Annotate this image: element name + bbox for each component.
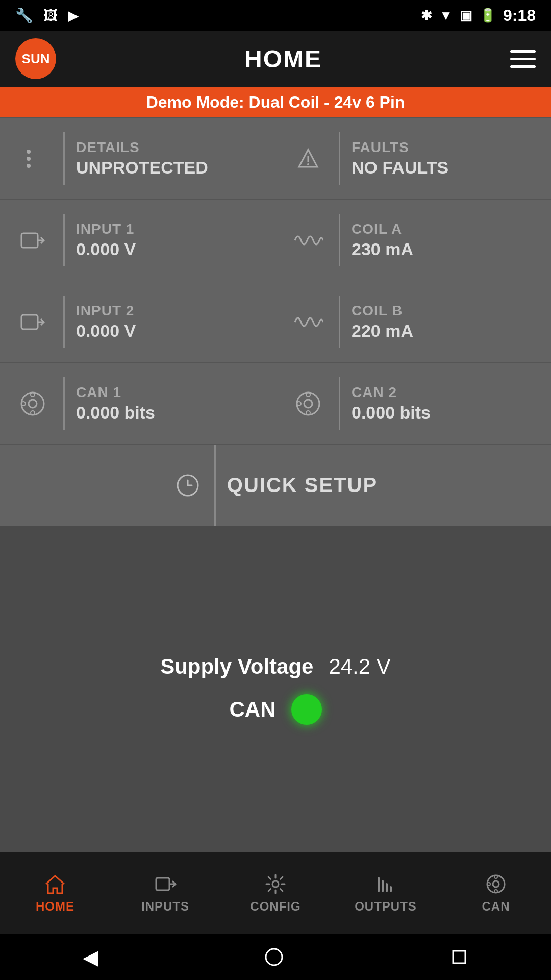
coilA-value: 230 mA: [352, 239, 413, 259]
coilA-cell[interactable]: COIL A 230 mA: [276, 200, 551, 281]
svg-point-6: [21, 393, 44, 415]
input1-cell[interactable]: INPUT 1 0.000 V: [0, 200, 276, 281]
svg-rect-4: [21, 233, 38, 248]
svg-point-1: [27, 157, 31, 161]
faults-label: FAULTS: [352, 139, 448, 156]
supply-voltage-label: Supply Voltage: [160, 654, 313, 679]
svg-point-0: [27, 150, 31, 154]
svg-rect-5: [21, 315, 38, 329]
photo-icon: 🖼: [43, 7, 58, 24]
nav-outputs[interactable]: OUTPUTS: [331, 852, 441, 934]
android-recents-button[interactable]: [450, 948, 468, 966]
nav-config-label: CONFIG: [250, 899, 300, 914]
outputs-icon: [374, 873, 397, 895]
input2-value: 0.000 V: [76, 321, 136, 341]
demo-banner-text: Demo Mode: Dual Coil - 24v 6 Pin: [146, 93, 405, 112]
android-back-button[interactable]: ◀: [83, 945, 98, 969]
can-status-label: CAN: [230, 697, 276, 722]
can1-icon: [12, 389, 53, 418]
can-status-row: CAN: [230, 694, 322, 725]
status-bar: 🔧 🖼 ▶ ✱ ▼ ▣ 🔋 9:18: [0, 0, 551, 31]
faults-icon: [288, 145, 329, 172]
quick-setup-icon: [173, 471, 202, 500]
svg-point-11: [297, 393, 319, 415]
inputs-icon: [154, 873, 177, 895]
input1-value: 0.000 V: [76, 239, 136, 259]
status-icons-left: 🔧 🖼 ▶: [15, 7, 79, 24]
android-nav-bar: ◀: [0, 934, 551, 980]
play-icon: ▶: [68, 7, 79, 24]
faults-value: NO FAULTS: [352, 158, 448, 178]
nav-inputs-label: INPUTS: [141, 899, 189, 914]
svg-point-2: [27, 164, 31, 168]
supply-voltage-value: 24.2 V: [329, 654, 390, 679]
input2-label: INPUT 2: [76, 303, 136, 319]
can2-icon: [288, 389, 329, 418]
input2-icon: [12, 309, 53, 335]
main-grid: DETAILS UNPROTECTED FAULTS NO FAULTS: [0, 117, 551, 526]
can-indicator: [291, 694, 322, 725]
can1-value: 0.000 bits: [76, 403, 155, 423]
nav-config[interactable]: CONFIG: [220, 852, 331, 934]
svg-rect-25: [453, 951, 465, 963]
svg-point-7: [29, 400, 37, 408]
can2-cell[interactable]: CAN 2 0.000 bits: [276, 363, 551, 445]
svg-point-21: [494, 875, 497, 878]
can-nav-icon: [485, 873, 507, 895]
status-icons-right: ✱ ▼ ▣ 🔋 9:18: [421, 6, 536, 25]
svg-point-23: [487, 883, 490, 886]
coilA-icon: [288, 227, 329, 254]
can1-cell[interactable]: CAN 1 0.000 bits: [0, 363, 276, 445]
wifi-icon: ▼: [439, 8, 453, 23]
nav-home-label: HOME: [36, 899, 74, 914]
coilB-label: COIL B: [352, 303, 413, 319]
clock: 9:18: [503, 6, 536, 25]
home-icon: [44, 873, 66, 895]
svg-point-20: [493, 881, 499, 887]
page-title: HOME: [244, 45, 322, 73]
coilB-value: 220 mA: [352, 321, 413, 341]
bottom-nav: HOME INPUTS CONFIG OUTPUTS: [0, 852, 551, 934]
input1-icon: [12, 227, 53, 254]
details-label: DETAILS: [76, 139, 208, 156]
battery-icon: 🔋: [480, 8, 496, 23]
faults-cell[interactable]: FAULTS NO FAULTS: [276, 118, 551, 200]
svg-point-12: [304, 400, 312, 408]
demo-banner: Demo Mode: Dual Coil - 24v 6 Pin: [0, 87, 551, 117]
input1-label: INPUT 1: [76, 221, 136, 237]
nav-can[interactable]: CAN: [441, 852, 551, 934]
info-area: Supply Voltage 24.2 V CAN: [0, 526, 551, 852]
config-icon: [264, 873, 287, 895]
details-cell[interactable]: DETAILS UNPROTECTED: [0, 118, 276, 200]
nav-can-label: CAN: [482, 899, 510, 914]
svg-rect-17: [156, 878, 169, 890]
svg-point-18: [272, 881, 279, 887]
coilA-label: COIL A: [352, 221, 413, 237]
svg-point-24: [266, 949, 282, 965]
supply-voltage-row: Supply Voltage 24.2 V: [160, 654, 391, 679]
coilB-cell[interactable]: COIL B 220 mA: [276, 281, 551, 363]
nav-home[interactable]: HOME: [0, 852, 110, 934]
logo: SUN: [15, 38, 56, 79]
bluetooth-icon: ✱: [421, 8, 432, 23]
hamburger-menu-button[interactable]: [510, 50, 536, 68]
can1-label: CAN 1: [76, 384, 155, 401]
svg-point-22: [494, 890, 497, 893]
sim-icon: ▣: [460, 8, 472, 23]
coilB-icon: [288, 309, 329, 335]
can2-value: 0.000 bits: [352, 403, 431, 423]
svg-point-3: [307, 163, 309, 165]
android-home-button[interactable]: [264, 947, 284, 967]
nav-inputs[interactable]: INPUTS: [110, 852, 220, 934]
quick-setup-label: QUICK SETUP: [227, 474, 378, 497]
header: SUN HOME: [0, 31, 551, 87]
can2-label: CAN 2: [352, 384, 431, 401]
wrench-icon: 🔧: [15, 7, 33, 24]
nav-outputs-label: OUTPUTS: [355, 899, 417, 914]
details-icon: [12, 145, 53, 172]
details-value: UNPROTECTED: [76, 158, 208, 178]
input2-cell[interactable]: INPUT 2 0.000 V: [0, 281, 276, 363]
quick-setup-cell[interactable]: QUICK SETUP: [0, 445, 551, 526]
